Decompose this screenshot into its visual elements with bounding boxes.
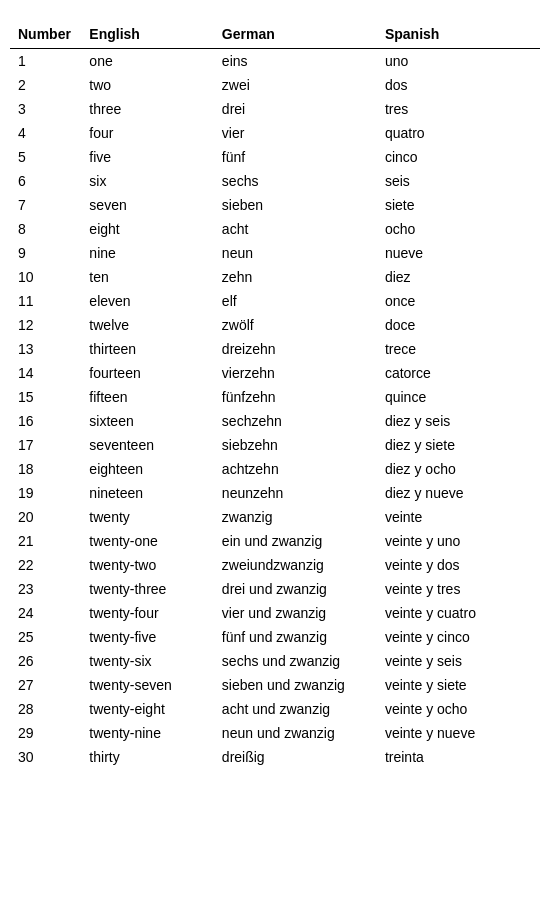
cell-number: 14 [10, 361, 81, 385]
cell-german: sieben und zwanzig [214, 673, 377, 697]
cell-number: 24 [10, 601, 81, 625]
table-row: 30thirtydreißigtreinta [10, 745, 540, 769]
cell-spanish: diez y ocho [377, 457, 540, 481]
cell-german: neun [214, 241, 377, 265]
cell-english: twenty-four [81, 601, 214, 625]
cell-number: 30 [10, 745, 81, 769]
cell-number: 9 [10, 241, 81, 265]
cell-spanish: siete [377, 193, 540, 217]
cell-number: 20 [10, 505, 81, 529]
table-row: 6sixsechsseis [10, 169, 540, 193]
cell-german: sieben [214, 193, 377, 217]
cell-german: vier und zwanzig [214, 601, 377, 625]
cell-german: zwanzig [214, 505, 377, 529]
table-row: 16sixteensechzehndiez y seis [10, 409, 540, 433]
cell-english: nine [81, 241, 214, 265]
cell-number: 6 [10, 169, 81, 193]
cell-english: seven [81, 193, 214, 217]
header-number: Number [10, 20, 81, 49]
cell-spanish: catorce [377, 361, 540, 385]
table-row: 19nineteenneunzehndiez y nueve [10, 481, 540, 505]
cell-number: 5 [10, 145, 81, 169]
cell-spanish: seis [377, 169, 540, 193]
cell-english: sixteen [81, 409, 214, 433]
cell-english: eighteen [81, 457, 214, 481]
cell-spanish: ocho [377, 217, 540, 241]
cell-spanish: quatro [377, 121, 540, 145]
cell-english: twenty [81, 505, 214, 529]
cell-number: 19 [10, 481, 81, 505]
cell-number: 15 [10, 385, 81, 409]
cell-english: ten [81, 265, 214, 289]
cell-german: vierzehn [214, 361, 377, 385]
cell-english: twenty-six [81, 649, 214, 673]
cell-number: 11 [10, 289, 81, 313]
cell-german: zwei [214, 73, 377, 97]
cell-english: twenty-five [81, 625, 214, 649]
cell-english: twenty-two [81, 553, 214, 577]
cell-spanish: veinte y cuatro [377, 601, 540, 625]
table-row: 18eighteenachtzehndiez y ocho [10, 457, 540, 481]
cell-german: zwölf [214, 313, 377, 337]
cell-spanish: diez y siete [377, 433, 540, 457]
cell-spanish: veinte y cinco [377, 625, 540, 649]
cell-number: 29 [10, 721, 81, 745]
cell-spanish: nueve [377, 241, 540, 265]
cell-number: 10 [10, 265, 81, 289]
cell-spanish: diez y nueve [377, 481, 540, 505]
cell-german: eins [214, 49, 377, 74]
table-row: 11elevenelfonce [10, 289, 540, 313]
table-row: 8eightachtocho [10, 217, 540, 241]
cell-english: seventeen [81, 433, 214, 457]
cell-spanish: trece [377, 337, 540, 361]
cell-number: 28 [10, 697, 81, 721]
table-row: 14fourteenvierzehncatorce [10, 361, 540, 385]
header-spanish: Spanish [377, 20, 540, 49]
cell-english: fifteen [81, 385, 214, 409]
cell-number: 18 [10, 457, 81, 481]
cell-number: 1 [10, 49, 81, 74]
cell-spanish: diez y seis [377, 409, 540, 433]
cell-number: 4 [10, 121, 81, 145]
header-german: German [214, 20, 377, 49]
cell-english: twenty-one [81, 529, 214, 553]
cell-german: sechzehn [214, 409, 377, 433]
cell-number: 16 [10, 409, 81, 433]
cell-spanish: diez [377, 265, 540, 289]
cell-english: six [81, 169, 214, 193]
table-row: 3threedreitres [10, 97, 540, 121]
table-header-row: Number English German Spanish [10, 20, 540, 49]
cell-german: siebzehn [214, 433, 377, 457]
cell-german: elf [214, 289, 377, 313]
cell-german: dreißig [214, 745, 377, 769]
cell-english: twenty-nine [81, 721, 214, 745]
cell-number: 2 [10, 73, 81, 97]
cell-english: twenty-three [81, 577, 214, 601]
cell-spanish: cinco [377, 145, 540, 169]
cell-english: thirteen [81, 337, 214, 361]
cell-german: achtzehn [214, 457, 377, 481]
cell-english: thirty [81, 745, 214, 769]
cell-spanish: uno [377, 49, 540, 74]
cell-spanish: veinte y dos [377, 553, 540, 577]
cell-number: 13 [10, 337, 81, 361]
table-row: 12twelvezwölfdoce [10, 313, 540, 337]
cell-spanish: veinte [377, 505, 540, 529]
table-row: 15fifteenfünfzehnquince [10, 385, 540, 409]
cell-german: dreizehn [214, 337, 377, 361]
table-row: 10tenzehndiez [10, 265, 540, 289]
table-row: 28twenty-eightacht und zwanzigveinte y o… [10, 697, 540, 721]
cell-spanish: veinte y tres [377, 577, 540, 601]
cell-german: acht und zwanzig [214, 697, 377, 721]
cell-spanish: veinte y nueve [377, 721, 540, 745]
cell-english: fourteen [81, 361, 214, 385]
cell-spanish: treinta [377, 745, 540, 769]
cell-english: four [81, 121, 214, 145]
cell-number: 26 [10, 649, 81, 673]
cell-number: 7 [10, 193, 81, 217]
table-row: 2twozweidos [10, 73, 540, 97]
cell-number: 3 [10, 97, 81, 121]
numbers-table: Number English German Spanish 1oneeinsun… [10, 20, 540, 769]
table-row: 9nineneunnueve [10, 241, 540, 265]
cell-german: neun und zwanzig [214, 721, 377, 745]
